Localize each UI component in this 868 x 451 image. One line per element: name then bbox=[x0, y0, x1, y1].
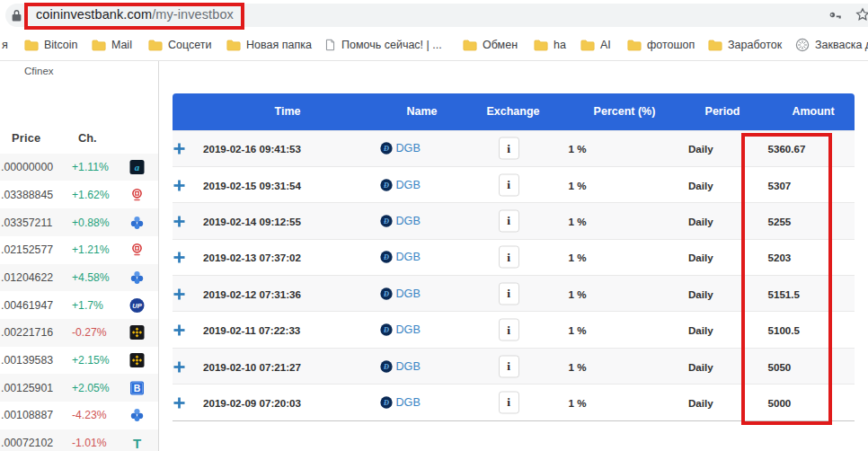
ticker-row[interactable]: .01204622 +4.58% bbox=[0, 264, 158, 292]
svg-text:Đ: Đ bbox=[382, 398, 389, 407]
coin-link[interactable]: ĐDGB bbox=[380, 251, 421, 263]
dgb-coin-icon: Đ bbox=[380, 142, 393, 155]
bookmark-item-ha[interactable]: ha bbox=[534, 30, 566, 60]
folder-icon bbox=[463, 40, 477, 51]
address-bar-area: coininvestbank.com/my-investbox bbox=[0, 0, 868, 30]
dgb-coin-icon: Đ bbox=[380, 251, 393, 263]
ticker-row[interactable]: .00139583 +2.15% bbox=[0, 347, 158, 375]
exchange-info-button[interactable]: i bbox=[499, 137, 520, 160]
svg-text:Đ: Đ bbox=[382, 325, 389, 334]
page-icon bbox=[324, 39, 336, 51]
cell-percent: 1 % bbox=[569, 287, 587, 299]
column-header-name[interactable]: Name bbox=[406, 105, 437, 118]
svg-text:Đ: Đ bbox=[382, 144, 389, 153]
cell-time: 2019-02-09 07:20:03 bbox=[203, 396, 301, 408]
dgb-coin-icon: Đ bbox=[380, 396, 393, 409]
cell-period: Daily bbox=[688, 360, 713, 372]
cell-time: 2019-02-13 07:37:02 bbox=[203, 252, 301, 263]
exchange-info-button[interactable]: i bbox=[499, 282, 520, 305]
expand-row-icon[interactable] bbox=[173, 142, 186, 155]
bookmark-item-exchange[interactable]: Обмен bbox=[463, 30, 518, 60]
exchange-info-button[interactable]: i bbox=[499, 209, 520, 232]
bookmark-item-social[interactable]: Соцсети bbox=[148, 30, 212, 60]
cell-percent: 1 % bbox=[569, 215, 587, 226]
coin-link[interactable]: ĐDGB bbox=[380, 179, 421, 191]
bookmark-item-zakvaska[interactable]: Закваска д bbox=[795, 30, 868, 60]
exchange-info-button[interactable]: i bbox=[499, 355, 520, 377]
expand-row-icon[interactable] bbox=[173, 287, 186, 300]
cell-percent: 1 % bbox=[569, 179, 587, 190]
cell-time: 2019-02-16 09:41:53 bbox=[203, 143, 301, 155]
ticker-row[interactable]: .00221716 -0.27% bbox=[0, 319, 158, 347]
exchange-icon-binance bbox=[129, 325, 145, 340]
ticker-row[interactable]: .00108887 -4.23% bbox=[0, 402, 158, 429]
cell-time: 2019-02-11 07:22:33 bbox=[203, 324, 300, 336]
key-icon[interactable] bbox=[828, 8, 842, 25]
coin-link[interactable]: ĐDGB bbox=[380, 323, 421, 336]
expand-row-icon[interactable] bbox=[173, 323, 186, 336]
bookmark-item-bitcoin[interactable]: Bitcoin bbox=[24, 30, 78, 60]
exchange-icon-cluster bbox=[129, 270, 145, 285]
bookmark-item-partial[interactable]: я bbox=[2, 30, 8, 60]
coin-link[interactable]: ĐDGB bbox=[380, 287, 421, 300]
table-header-row: Time Name Exchange Percent (%) Period Am… bbox=[173, 93, 855, 130]
bookmarks-bar: я Bitcoin Mail Соцсети Новая папка Помоч… bbox=[0, 30, 868, 61]
coin-link[interactable]: ĐDGB bbox=[380, 142, 421, 155]
cell-time: 2019-02-15 09:31:54 bbox=[203, 179, 301, 190]
cell-period: Daily bbox=[688, 287, 713, 299]
bookmark-star-icon[interactable] bbox=[855, 6, 868, 26]
coin-link[interactable]: ĐDGB bbox=[380, 396, 421, 409]
ticker-row[interactable]: .00461947 +1.7% UP bbox=[0, 291, 158, 319]
ticker-row[interactable]: .00125901 +2.05% B bbox=[0, 374, 158, 402]
bookmark-item-earnings[interactable]: Заработок bbox=[708, 30, 782, 60]
column-header-exchange[interactable]: Exchange bbox=[486, 105, 539, 118]
svg-text:UP: UP bbox=[132, 302, 142, 310]
column-header-amount[interactable]: Amount bbox=[792, 105, 834, 118]
annotation-url-box bbox=[24, 3, 244, 30]
bookmark-item-photoshop[interactable]: фотошоп bbox=[627, 30, 695, 60]
svg-text:T: T bbox=[133, 436, 141, 451]
ticker-row[interactable]: .03357211 +0.88% bbox=[0, 208, 158, 236]
cell-percent: 1 % bbox=[569, 252, 587, 263]
expand-row-icon[interactable] bbox=[173, 251, 186, 263]
expand-row-icon[interactable] bbox=[173, 396, 186, 409]
cell-time: 2019-02-12 07:31:36 bbox=[203, 287, 301, 299]
dgb-coin-icon: Đ bbox=[380, 287, 393, 300]
expand-row-icon[interactable] bbox=[173, 360, 186, 373]
coin-link[interactable]: ĐDGB bbox=[380, 215, 421, 227]
dgb-coin-icon: Đ bbox=[380, 215, 393, 227]
column-header-time[interactable]: Time bbox=[275, 105, 301, 118]
cell-period: Daily bbox=[688, 396, 713, 408]
column-header-percent[interactable]: Percent (%) bbox=[594, 105, 656, 118]
svg-text:Đ: Đ bbox=[382, 362, 389, 371]
exchange-info-button[interactable]: i bbox=[499, 246, 520, 269]
folder-icon bbox=[534, 40, 548, 51]
exchange-info-button[interactable]: i bbox=[499, 391, 520, 413]
bookmark-item-mail[interactable]: Mail bbox=[92, 30, 132, 60]
ticker-row[interactable]: .02152577 +1.21% bbox=[0, 236, 158, 264]
svg-text:Đ: Đ bbox=[382, 181, 389, 190]
ticker-row[interactable]: .00072102 -1.01% T bbox=[0, 429, 158, 451]
cell-percent: 1 % bbox=[569, 360, 587, 372]
ticker-row[interactable]: .00000000 +1.11% a bbox=[0, 154, 158, 181]
cell-period: Daily bbox=[688, 143, 713, 155]
column-header-period[interactable]: Period bbox=[705, 105, 740, 118]
bookmark-item-help[interactable]: Помочь сейчас! | ... bbox=[324, 30, 442, 60]
cell-period: Daily bbox=[688, 215, 713, 226]
cell-period: Daily bbox=[688, 252, 713, 263]
svg-text:Đ: Đ bbox=[382, 217, 389, 226]
expand-row-icon[interactable] bbox=[173, 179, 186, 191]
bookmark-item-ai[interactable]: AI bbox=[580, 30, 611, 60]
cell-percent: 1 % bbox=[569, 143, 587, 155]
sidebar-price-header: Price bbox=[12, 131, 40, 145]
exchange-info-button[interactable]: i bbox=[499, 173, 520, 196]
coin-link[interactable]: ĐDGB bbox=[380, 360, 421, 373]
exchange-icon-zb bbox=[129, 187, 145, 202]
ticker-row[interactable]: .03388845 +1.62% bbox=[0, 181, 158, 209]
lock-icon[interactable] bbox=[11, 8, 22, 26]
sidebar-exchange-label: Cfinex bbox=[24, 66, 54, 76]
bookmark-item-new-folder[interactable]: Новая папка bbox=[226, 30, 312, 60]
exchange-info-button[interactable]: i bbox=[499, 319, 520, 341]
expand-row-icon[interactable] bbox=[173, 215, 186, 227]
site-favicon-icon bbox=[795, 38, 810, 52]
